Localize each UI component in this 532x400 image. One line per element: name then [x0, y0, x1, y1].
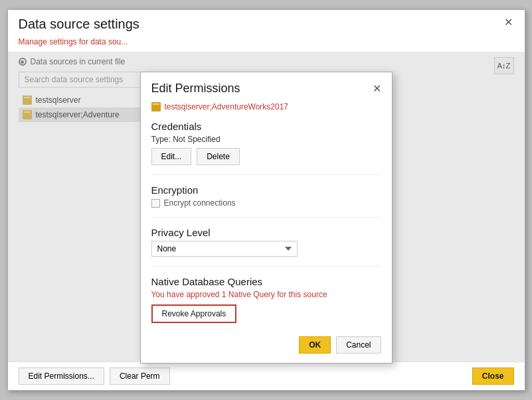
- native-db-heading: Native Database Queries: [151, 276, 381, 287]
- footer-left: Edit Permissions... Clear Perm: [19, 367, 170, 385]
- encrypt-checkbox[interactable]: [151, 199, 160, 208]
- native-db-section: Native Database Queries You have approve…: [151, 276, 381, 323]
- main-close-button[interactable]: ✕: [503, 17, 514, 27]
- privacy-heading: Privacy Level: [151, 227, 381, 238]
- main-window: Data source settings ✕ Manage settings f…: [7, 9, 525, 391]
- native-query-text: You have approved 1 Native Query for thi…: [151, 290, 381, 299]
- divider-2: [151, 217, 381, 218]
- dialog-titlebar: Edit Permissions ✕: [141, 72, 392, 102]
- dialog-overlay: Edit Permissions ✕ testsqlserver;Adventu…: [8, 52, 525, 362]
- encryption-heading: Encryption: [151, 184, 381, 196]
- main-titlebar: Data source settings ✕: [8, 10, 525, 36]
- close-button[interactable]: Close: [472, 367, 514, 385]
- divider-3: [151, 266, 381, 267]
- main-footer: Edit Permissions... Clear Perm Close: [8, 362, 525, 390]
- privacy-dropdown[interactable]: None Public Organizational Private: [151, 241, 298, 257]
- native-query-text1: You have approved: [151, 290, 222, 299]
- ok-button[interactable]: OK: [299, 336, 331, 354]
- dialog-close-button[interactable]: ✕: [373, 84, 381, 94]
- type-label: Type: Not Specified: [151, 135, 381, 144]
- divider-1: [151, 174, 381, 175]
- edit-permissions-dialog: Edit Permissions ✕ testsqlserver;Adventu…: [140, 72, 393, 364]
- dialog-title: Edit Permissions: [151, 82, 240, 96]
- credentials-btn-row: Edit... Delete: [151, 148, 381, 165]
- encryption-section: Encryption Encrypt connections: [151, 184, 381, 208]
- encrypt-label: Encrypt connections: [164, 198, 236, 208]
- main-subtitle: Manage settings for data sou...: [8, 36, 525, 52]
- credentials-heading: Credentials: [151, 121, 381, 132]
- native-query-count: 1: [222, 290, 226, 299]
- dialog-body: testsqlserver;AdventureWorks2017 Credent…: [141, 102, 392, 330]
- main-body: Data sources in current file testsqlserv…: [8, 52, 525, 362]
- edit-credentials-button[interactable]: Edit...: [151, 148, 192, 165]
- dialog-db-icon: [151, 102, 161, 111]
- privacy-section: Privacy Level None Public Organizational…: [151, 227, 381, 257]
- native-query-text2: Native Query for this source: [226, 290, 327, 299]
- revoke-approvals-button[interactable]: Revoke Approvals: [151, 304, 237, 323]
- delete-credentials-button[interactable]: Delete: [197, 148, 240, 165]
- dialog-source-row: testsqlserver;AdventureWorks2017: [151, 102, 381, 111]
- edit-permissions-button[interactable]: Edit Permissions...: [19, 367, 104, 385]
- dialog-source-name: testsqlserver;AdventureWorks2017: [165, 102, 289, 111]
- cancel-button[interactable]: Cancel: [336, 336, 381, 354]
- main-title: Data source settings: [19, 17, 139, 32]
- clear-perm-button[interactable]: Clear Perm: [110, 367, 170, 385]
- dialog-footer: OK Cancel: [141, 330, 392, 363]
- revoke-btn-wrapper: Revoke Approvals: [151, 304, 381, 323]
- encrypt-checkbox-row[interactable]: Encrypt connections: [151, 198, 381, 208]
- credentials-section: Credentials Type: Not Specified Edit... …: [151, 121, 381, 165]
